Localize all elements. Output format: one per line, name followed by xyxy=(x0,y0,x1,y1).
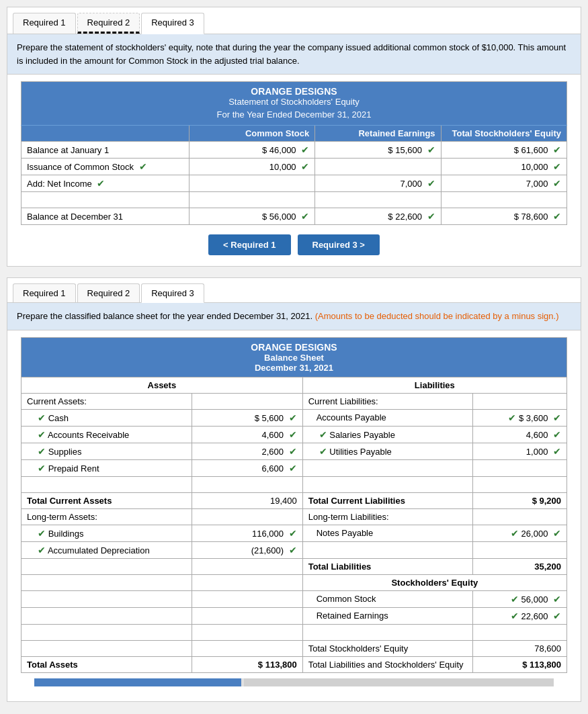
company-name-s1: ORANGE DESIGNS xyxy=(22,86,566,97)
ar-text: Accounts Receivable xyxy=(48,430,129,440)
row-equity-header: Stockholders' Equity xyxy=(22,574,567,590)
ap-amount: 3,600 xyxy=(526,413,548,423)
check-icon: ✔ xyxy=(553,594,561,605)
check-icon: ✔ xyxy=(38,528,46,539)
ta-label: Total Assets xyxy=(22,656,192,672)
row2-label: Add: Net Income ✔ xyxy=(22,175,190,192)
row2-total-val: 7,000 xyxy=(526,179,548,189)
nav-buttons-s1: < Required 1 Required 3 > xyxy=(21,234,567,255)
buildings-val: 116,000 ✔ xyxy=(192,525,302,541)
row-lt-headers: Long-term Assets: Long-term Liabilities: xyxy=(22,508,567,525)
bs-company: ORANGE DESIGNS xyxy=(22,342,566,353)
ltl-val-empty xyxy=(473,508,567,525)
col-header-retained: Retained Earnings xyxy=(315,126,441,142)
check-icon: ✔ xyxy=(301,144,309,155)
check-icon: ✔ xyxy=(553,211,561,222)
row-cs-equity: Common Stock ✔ 56,000 ✔ xyxy=(22,590,567,607)
row1-label: Issuance of Common Stock ✔ xyxy=(22,159,190,175)
row-empty-3 xyxy=(22,624,567,640)
cs-equity-text: Common Stock xyxy=(317,594,376,604)
supplies-amount: 2,600 xyxy=(262,447,284,457)
check-icon: ✔ xyxy=(553,528,561,539)
current-assets-label: Current Assets: xyxy=(22,393,192,409)
info-orange-s2: (Amounts to be deducted should be indica… xyxy=(315,311,559,321)
bs-title: Balance Sheet xyxy=(22,353,566,363)
ad-label: ✔ Accumulated Depreciation xyxy=(22,541,192,558)
liabilities-header: Liabilities xyxy=(302,377,566,393)
current-labels-row: Current Assets: Current Liabilities: xyxy=(22,393,567,409)
cl-val-empty xyxy=(473,393,567,409)
sp-val: 4,600 ✔ xyxy=(473,426,567,443)
cash-amount: 5,600 xyxy=(262,413,284,423)
sp-amount: 4,600 xyxy=(526,430,548,440)
lta-val-empty xyxy=(192,508,302,525)
row-buildings-np: ✔ Buildings 116,000 ✔ Notes Payable ✔ 26… xyxy=(22,525,567,541)
dollar-sign: $ xyxy=(255,413,259,423)
row-total-se: Total Stockholders' Equity 78,600 xyxy=(22,640,567,656)
check-icon: ✔ xyxy=(38,412,46,423)
check-icon: ✔ xyxy=(553,144,561,155)
empty-liab2 xyxy=(302,476,473,492)
section-2: Required 1 Required 2 Required 3 Prepare… xyxy=(7,277,581,702)
row4-retained: $ 22,600 ✔ xyxy=(315,208,441,225)
supplies-text: Supplies xyxy=(48,447,82,457)
se-asset-val-empty xyxy=(192,574,302,590)
check-icon: ✔ xyxy=(289,463,297,474)
balance-sheet-table: ORANGE DESIGNS Balance Sheet December 31… xyxy=(21,337,567,673)
ad-liab-empty xyxy=(302,541,473,558)
check-icon: ✔ xyxy=(553,178,561,189)
row4-total: $ 78,600 ✔ xyxy=(441,208,566,225)
empty-liab1 xyxy=(302,459,473,476)
ca-val-empty xyxy=(192,393,302,409)
np-val: ✔ 26,000 ✔ xyxy=(473,525,567,541)
row0-total: $ 61,600 ✔ xyxy=(441,142,566,159)
row-totals-current: Total Current Assets 19,400 Total Curren… xyxy=(22,492,567,508)
tab-required3-s1[interactable]: Required 3 xyxy=(141,13,204,34)
scroll-track xyxy=(244,678,554,686)
check-icon: ✔ xyxy=(301,161,309,172)
tse-asset-empty xyxy=(22,640,192,656)
tab-required2-s1[interactable]: Required 2 xyxy=(77,13,140,34)
row1-total-val: 10,000 xyxy=(521,162,548,172)
check-icon: ✔ xyxy=(427,211,435,222)
row4-label: Balance at December 31 xyxy=(22,208,190,225)
row-pr-empty: ✔ Prepaid Rent 6,600 ✔ xyxy=(22,459,567,476)
tab-required1-s1[interactable]: Required 1 xyxy=(13,13,76,34)
cs-asset-empty xyxy=(22,590,192,607)
current-liab-label: Current Liabilities: xyxy=(302,393,473,409)
row4-retained-val: $ 22,600 xyxy=(388,212,422,222)
tab-required3-s2[interactable]: Required 3 xyxy=(141,283,204,303)
total-liab-val: 35,200 xyxy=(473,558,567,574)
tcl-label: Total Current Liabilities xyxy=(302,492,473,508)
pr-text: Prepaid Rent xyxy=(48,463,99,474)
check-icon: ✔ xyxy=(38,545,46,555)
empty-asset-val2 xyxy=(192,476,302,492)
buildings-amount: 116,000 xyxy=(252,529,284,539)
empty-common xyxy=(189,192,314,208)
prev-button-s1[interactable]: < Required 1 xyxy=(208,234,290,255)
check-icon: ✔ xyxy=(38,446,46,457)
re-asset-empty xyxy=(22,607,192,624)
check-icon: ✔ xyxy=(553,429,561,440)
tabs-section1: Required 1 Required 2 Required 3 xyxy=(7,7,581,34)
ar-val: 4,600 ✔ xyxy=(192,426,302,443)
supplies-label: ✔ Supplies xyxy=(22,443,192,459)
pr-label: ✔ Prepaid Rent xyxy=(22,459,192,476)
check-icon: ✔ xyxy=(289,412,297,423)
scroll-thumb[interactable] xyxy=(34,678,241,686)
tab-required1-s2[interactable]: Required 1 xyxy=(13,283,76,302)
row-accum-dep: ✔ Accumulated Depreciation (21,600) ✔ xyxy=(22,541,567,558)
cs-equity-amount: 56,000 xyxy=(521,594,548,605)
ar-label: ✔ Accounts Receivable xyxy=(22,426,192,443)
check-icon: ✔ xyxy=(289,528,297,539)
tle-val: $ 113,800 xyxy=(473,656,567,672)
equity-row-1: Issuance of Common Stock ✔ 10,000 ✔ 10,0… xyxy=(22,159,567,175)
scroll-bar[interactable] xyxy=(34,678,554,686)
empty3-a xyxy=(22,624,192,640)
tab-required2-s2[interactable]: Required 2 xyxy=(77,283,140,302)
check-icon: ✔ xyxy=(319,429,327,440)
tle-label: Total Liabilities and Stockholders' Equi… xyxy=(302,656,473,672)
re-equity-val: ✔ 22,600 ✔ xyxy=(473,607,567,624)
dollar-sign: $ xyxy=(519,413,523,423)
next-button-s1[interactable]: Required 3 > xyxy=(298,234,380,255)
